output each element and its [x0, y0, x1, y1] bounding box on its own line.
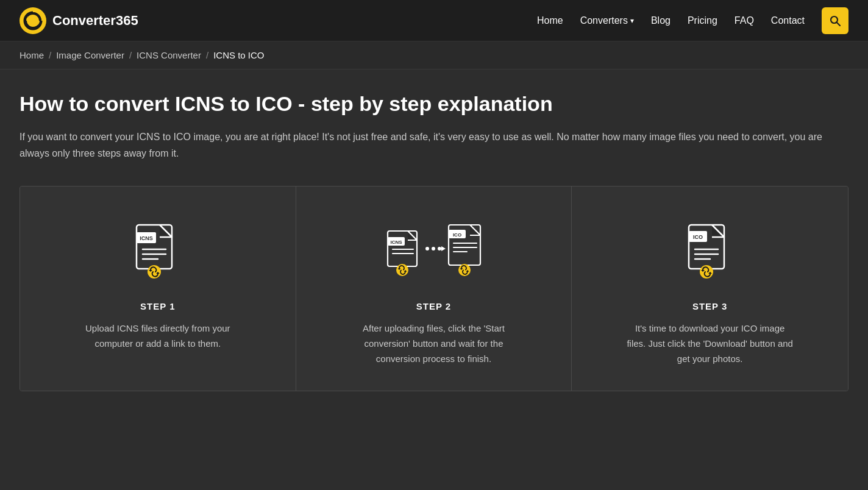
- search-icon: [829, 15, 841, 27]
- page-description: If you want to convert your ICNS to ICO …: [20, 129, 848, 162]
- breadcrumb-icns-converter[interactable]: ICNS Converter: [137, 50, 201, 60]
- svg-point-22: [425, 247, 429, 250]
- breadcrumb: Home / Image Converter / ICNS Converter …: [0, 41, 868, 69]
- step-1-description: Upload ICNS files directly from your com…: [73, 321, 243, 352]
- svg-text:ICNS: ICNS: [391, 240, 403, 245]
- converters-dropdown-arrow: ▾: [630, 16, 634, 25]
- step-3-card: ICO STEP 3 It's time to download your IC…: [572, 186, 848, 391]
- logo-icon: [20, 7, 46, 34]
- main-content: How to convert ICNS to ICO - step by ste…: [0, 69, 868, 416]
- breadcrumb-current: ICNS to ICO: [213, 50, 264, 60]
- step-1-card: ICNS STEP 1 Upload ICNS files directly f…: [20, 186, 296, 391]
- step-3-description: It's time to download your ICO image fil…: [625, 321, 795, 366]
- nav-home[interactable]: Home: [537, 15, 563, 26]
- svg-marker-25: [441, 246, 446, 251]
- nav-faq[interactable]: FAQ: [735, 15, 754, 26]
- breadcrumb-sep-2: /: [129, 50, 132, 60]
- svg-text:ICO: ICO: [453, 232, 461, 238]
- svg-line-4: [837, 22, 841, 26]
- step-3-icon: ICO: [683, 220, 738, 281]
- logo-link[interactable]: Converter365: [20, 7, 138, 34]
- breadcrumb-sep-1: /: [49, 50, 51, 60]
- step-2-label: STEP 2: [416, 301, 451, 311]
- svg-text:ICNS: ICNS: [140, 235, 153, 241]
- step-1-icon-area: ICNS: [130, 217, 185, 284]
- nav-pricing[interactable]: Pricing: [688, 15, 717, 26]
- breadcrumb-home[interactable]: Home: [20, 50, 44, 60]
- header: Converter365 Home Converters ▾ Blog Pric…: [0, 0, 868, 41]
- header-nav: Home Converters ▾ Blog Pricing FAQ Conta…: [537, 7, 848, 34]
- breadcrumb-sep-3: /: [206, 50, 208, 60]
- step-1-icon: ICNS: [130, 220, 185, 281]
- step-3-icon-area: ICO: [683, 217, 738, 284]
- search-button[interactable]: [822, 7, 848, 34]
- svg-text:ICO: ICO: [693, 234, 703, 240]
- page-title: How to convert ICNS to ICO - step by ste…: [20, 91, 848, 116]
- nav-contact[interactable]: Contact: [771, 15, 805, 26]
- step-2-icon-area: ICNS: [385, 217, 482, 284]
- step-2-description: After uploading files, click the 'Start …: [348, 321, 519, 366]
- step-2-card: ICNS: [296, 186, 572, 391]
- logo-text: Converter365: [52, 13, 138, 29]
- svg-point-23: [432, 247, 435, 250]
- steps-grid: ICNS STEP 1 Upload ICNS files directly f…: [20, 186, 848, 391]
- step-2-icon: ICNS: [385, 220, 482, 281]
- nav-blog[interactable]: Blog: [651, 15, 671, 26]
- svg-point-24: [438, 247, 441, 250]
- step-1-label: STEP 1: [140, 301, 175, 311]
- breadcrumb-image-converter[interactable]: Image Converter: [56, 50, 124, 60]
- step-3-label: STEP 3: [692, 301, 727, 311]
- nav-converters[interactable]: Converters ▾: [580, 15, 634, 26]
